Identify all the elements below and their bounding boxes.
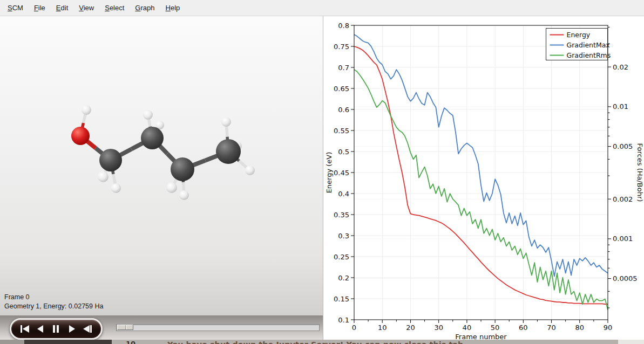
chart-text: 0.1 bbox=[338, 316, 349, 324]
frame-slider-thumb[interactable] bbox=[117, 325, 133, 330]
chart-text: 10 bbox=[378, 324, 387, 332]
menu-bar: SCM File Edit View Select Graph Help bbox=[0, 0, 644, 16]
chart-text: 0.55 bbox=[334, 127, 349, 135]
series-energy bbox=[354, 46, 608, 304]
jupyter-shutdown-message: You have shut down the Jupyter Server! Y… bbox=[167, 340, 466, 344]
occluded-block-right bbox=[618, 340, 644, 344]
pause-icon bbox=[50, 324, 63, 334]
chart-text: 0.01 bbox=[613, 102, 628, 111]
chart-text: 20 bbox=[406, 324, 415, 332]
menu-edit[interactable]: Edit bbox=[51, 1, 73, 15]
molecule-canvas[interactable] bbox=[0, 16, 323, 315]
chart-text: 0.001 bbox=[613, 235, 633, 243]
chart-text: 0.002 bbox=[613, 195, 633, 203]
skip-to-start-icon bbox=[18, 324, 31, 334]
viewer-panel: Frame 0 Geometry 1, Energy: 0.02759 Ha bbox=[0, 16, 323, 340]
chart-panel: 0102030405060708090Frame number0.10.150.… bbox=[323, 16, 644, 340]
chart-legend: EnergyGradientMaxGradientRms bbox=[546, 29, 611, 60]
atom-C[interactable] bbox=[99, 149, 122, 171]
atom-H[interactable] bbox=[98, 171, 109, 182]
chart-text: Frame number bbox=[455, 333, 507, 340]
notebook-cell-number: 10 bbox=[126, 340, 135, 344]
atom-H[interactable] bbox=[179, 190, 189, 200]
geometry-energy-label: Geometry 1, Energy: 0.02759 Ha bbox=[4, 302, 103, 311]
step-back-icon bbox=[34, 324, 47, 334]
chart-text: 70 bbox=[547, 324, 556, 332]
chart-text: 0.4 bbox=[338, 190, 349, 198]
pause-button[interactable] bbox=[49, 323, 63, 335]
chart-text: 0.7 bbox=[338, 64, 349, 72]
chart-text: 0.2 bbox=[338, 274, 349, 282]
atom-H[interactable] bbox=[166, 182, 177, 193]
series-gradientmax bbox=[354, 35, 608, 277]
frame-info: Frame 0 Geometry 1, Energy: 0.02759 Ha bbox=[4, 293, 103, 311]
occluded-background-window: 10 You have shut down the Jupyter Server… bbox=[0, 340, 644, 344]
frame-label: Frame 0 bbox=[4, 293, 103, 302]
chart-text: 60 bbox=[519, 324, 528, 332]
atom-H[interactable] bbox=[111, 183, 121, 193]
playback-control-strip bbox=[0, 315, 323, 340]
frame-slider[interactable] bbox=[116, 324, 320, 331]
chart-text: 0.8 bbox=[338, 22, 349, 30]
menu-help[interactable]: Help bbox=[160, 1, 186, 15]
chart-text: 0.5 bbox=[338, 148, 349, 156]
atom-H[interactable] bbox=[221, 117, 231, 127]
transport-controls bbox=[10, 318, 103, 340]
menu-select[interactable]: Select bbox=[99, 1, 130, 15]
step-back-button[interactable] bbox=[33, 323, 48, 335]
chart-text: 0.15 bbox=[334, 295, 349, 303]
app-window: SCM File Edit View Select Graph Help Fra… bbox=[0, 0, 644, 344]
chart-text: 0.0005 bbox=[613, 274, 638, 283]
skip-to-end-button[interactable] bbox=[80, 323, 94, 335]
skip-to-start-button[interactable] bbox=[18, 323, 32, 335]
play-icon bbox=[65, 324, 78, 334]
chart-text: 0.6 bbox=[338, 106, 349, 114]
atom-H[interactable] bbox=[82, 105, 91, 115]
menu-graph[interactable]: Graph bbox=[130, 1, 160, 15]
legend-label: GradientRms bbox=[567, 51, 611, 59]
chart-text: 0.02 bbox=[613, 63, 628, 71]
molecule-viewport[interactable]: Frame 0 Geometry 1, Energy: 0.02759 Ha bbox=[0, 16, 323, 315]
occluded-block-left bbox=[0, 340, 24, 344]
chart-text: 0.005 bbox=[613, 142, 633, 150]
chart-text: 80 bbox=[575, 324, 585, 332]
chart-text: 40 bbox=[463, 324, 472, 332]
atom-C[interactable] bbox=[141, 127, 164, 149]
chart-text: Forces (Ha/Bohr) bbox=[636, 143, 644, 202]
chart-text: 0.25 bbox=[334, 253, 349, 261]
menu-scm[interactable]: SCM bbox=[2, 1, 29, 15]
legend-label: Energy bbox=[567, 31, 591, 39]
atom-C[interactable] bbox=[171, 157, 194, 181]
menu-view[interactable]: View bbox=[73, 1, 99, 15]
chart-text: 0.45 bbox=[334, 169, 349, 177]
chart-text: 0.65 bbox=[334, 85, 349, 93]
chart-text: 0.3 bbox=[338, 232, 349, 240]
chart-text: 30 bbox=[434, 324, 443, 332]
menu-file[interactable]: File bbox=[29, 1, 51, 15]
chart-text: 0.35 bbox=[334, 211, 349, 219]
skip-to-end-icon bbox=[81, 324, 94, 334]
series-gradientrms bbox=[354, 70, 608, 309]
chart-text: Energy (eV) bbox=[325, 152, 333, 194]
chart-text: 0 bbox=[352, 324, 356, 332]
atom-O[interactable] bbox=[71, 127, 90, 145]
chart-text: 90 bbox=[604, 324, 613, 332]
play-button[interactable] bbox=[65, 323, 79, 335]
atom-H[interactable] bbox=[143, 110, 153, 120]
atom-H[interactable] bbox=[245, 166, 255, 175]
legend-label: GradientMax bbox=[567, 41, 610, 49]
atom-C[interactable] bbox=[216, 139, 241, 164]
chart-text: 0.75 bbox=[334, 43, 349, 51]
chart-text: 50 bbox=[491, 324, 500, 332]
chart-canvas[interactable]: 0102030405060708090Frame number0.10.150.… bbox=[323, 16, 644, 340]
occluded-block-dark bbox=[24, 340, 112, 344]
